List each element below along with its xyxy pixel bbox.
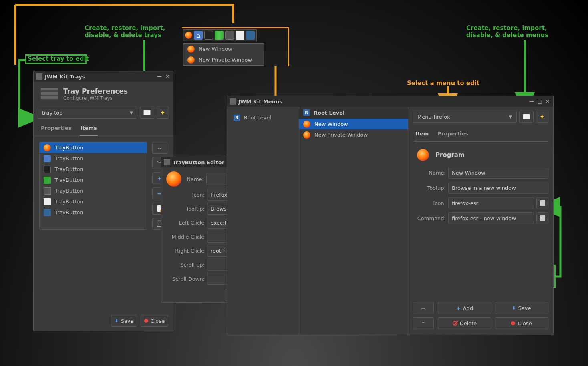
maximize-button[interactable]: □	[536, 98, 543, 105]
tray-select[interactable]: tray top▼	[38, 107, 137, 119]
menu-tree-pane: RRoot Level	[227, 107, 299, 335]
trays-header: Tray PreferencesConfigure JWM Trays	[34, 82, 173, 105]
drive-icon	[540, 215, 545, 221]
star-icon: ✦	[540, 113, 545, 121]
m-delete-button[interactable]: Delete	[438, 317, 491, 329]
root-icon: R	[234, 115, 240, 121]
paint-icon	[246, 31, 255, 40]
firefox-icon	[417, 149, 429, 161]
save-icon: ⬇	[115, 318, 118, 324]
delete-icon	[453, 321, 457, 326]
tray-pref-icon	[41, 88, 58, 100]
m-name-label: Name:	[413, 170, 446, 176]
tab-properties[interactable]: Properties	[437, 128, 469, 141]
star-icon: ✦	[160, 109, 165, 117]
list-item[interactable]: TrayButton	[40, 164, 147, 175]
menu-items-pane: RRoot Level New Window New Private Windo…	[299, 107, 408, 335]
tray-icon	[164, 159, 170, 165]
firefox-icon	[303, 121, 310, 128]
sup-label: Scroll up:	[166, 262, 205, 268]
list-item[interactable]: TrayButton	[40, 175, 147, 185]
m-cmd-input[interactable]: firefox-esr --new-window	[448, 212, 534, 224]
firefox-icon	[166, 171, 181, 187]
keyboard-icon	[523, 114, 530, 119]
menus-titlebar: JWM Kit Menus — □ ✕	[227, 96, 553, 107]
move-up-button[interactable]: ︿	[152, 142, 167, 154]
keyboard-button[interactable]	[140, 107, 154, 119]
tray-icon	[36, 73, 42, 80]
m-move-up-button[interactable]: ︿	[413, 302, 434, 314]
menu-select[interactable]: Menu-firefox▼	[413, 111, 517, 123]
plus-icon: +	[456, 305, 461, 311]
firefox-icon	[44, 144, 51, 151]
program-label: Program	[435, 151, 465, 159]
tab-item[interactable]: Item	[415, 128, 429, 141]
minimize-button[interactable]: —	[528, 98, 535, 105]
list-item[interactable]: TrayButton	[40, 207, 147, 218]
m-save-button[interactable]: ⬇Save	[495, 302, 548, 314]
lclick-label: Left Click:	[166, 220, 205, 226]
trays-close-button[interactable]: Close	[141, 315, 168, 327]
m-icon-browse-button[interactable]	[536, 197, 548, 209]
save-icon: ⬇	[512, 306, 516, 311]
tooltip-label: Tooltip:	[166, 206, 205, 212]
close-button[interactable]: ✕	[544, 98, 551, 105]
tray-ops-button[interactable]: ✦	[157, 107, 169, 119]
trays-tabs: Properties Items	[34, 120, 173, 136]
icon-label: Icon:	[166, 192, 205, 198]
m-cmd-label: Command:	[413, 215, 446, 221]
menu-detail-pane: Menu-firefox▼ ✦ Item Properties Program …	[408, 107, 553, 335]
m-cmd-browse-button[interactable]	[536, 212, 548, 224]
terminal-icon	[44, 166, 51, 173]
chevron-up-icon: ︿	[157, 144, 163, 151]
list-item[interactable]: TrayButton	[40, 153, 147, 164]
tab-properties[interactable]: Properties	[40, 123, 72, 136]
m-icon-input[interactable]: firefox-esr	[448, 197, 534, 209]
ctx-new-window[interactable]: New Window	[183, 44, 264, 54]
list-item[interactable]: TrayButton	[40, 196, 147, 207]
paint-icon	[44, 209, 51, 216]
list-item[interactable]: TrayButton	[40, 185, 147, 196]
m-move-down-button[interactable]: ﹀	[413, 317, 434, 329]
trays-save-button[interactable]: ⬇Save	[111, 315, 137, 327]
m-name-input[interactable]: New Window	[448, 167, 548, 179]
home-icon	[44, 155, 51, 162]
ctx-new-private[interactable]: New Private Window	[183, 54, 264, 65]
trays-window: JWM Kit Trays — ✕ Tray PreferencesConfig…	[33, 71, 173, 331]
notes-icon	[44, 198, 51, 205]
firefox-icon	[185, 32, 192, 39]
tree-root[interactable]: RRoot Level	[230, 112, 296, 123]
sdn-label: Scroll Down:	[166, 276, 205, 282]
tab-items[interactable]: Items	[80, 123, 98, 136]
context-menu: New Window New Private Window	[183, 43, 264, 66]
monitor-icon	[44, 177, 51, 184]
terminal-icon	[204, 31, 213, 40]
name-label: Name:	[185, 176, 204, 182]
m-close-button[interactable]: Close	[495, 317, 548, 329]
calc-icon	[44, 187, 51, 195]
m-tooltip-label: Tooltip:	[413, 185, 446, 191]
firefox-icon	[303, 131, 310, 139]
menu-ops-button[interactable]: ✦	[536, 111, 548, 123]
menus-window: JWM Kit Menus — □ ✕ RRoot Level RRoot Le…	[227, 96, 554, 335]
minimize-button[interactable]: —	[156, 73, 163, 80]
tree-item-new-private[interactable]: New Private Window	[299, 129, 408, 140]
home-icon: ⌂	[194, 31, 203, 40]
m-tooltip-input[interactable]: Browse in a new window	[448, 182, 548, 194]
notes-icon	[236, 31, 244, 40]
tray-items-list: TrayButton TrayButton TrayButton TrayBut…	[39, 142, 147, 230]
stop-icon	[144, 319, 148, 323]
m-icon-label: Icon:	[413, 200, 446, 206]
list-icon	[230, 98, 236, 105]
root-icon: R	[303, 109, 310, 116]
tree-item-new-window[interactable]: New Window	[299, 119, 408, 129]
monitor-icon	[215, 31, 224, 40]
calc-icon	[225, 31, 234, 40]
close-button[interactable]: ✕	[164, 73, 171, 80]
chevron-down-icon: ﹀	[421, 320, 426, 327]
m-add-button[interactable]: +Add	[438, 302, 491, 314]
drive-icon	[540, 200, 545, 206]
list-item[interactable]: TrayButton	[40, 142, 147, 153]
tree-header: RRoot Level	[299, 107, 408, 119]
keyboard-button[interactable]	[519, 111, 534, 123]
